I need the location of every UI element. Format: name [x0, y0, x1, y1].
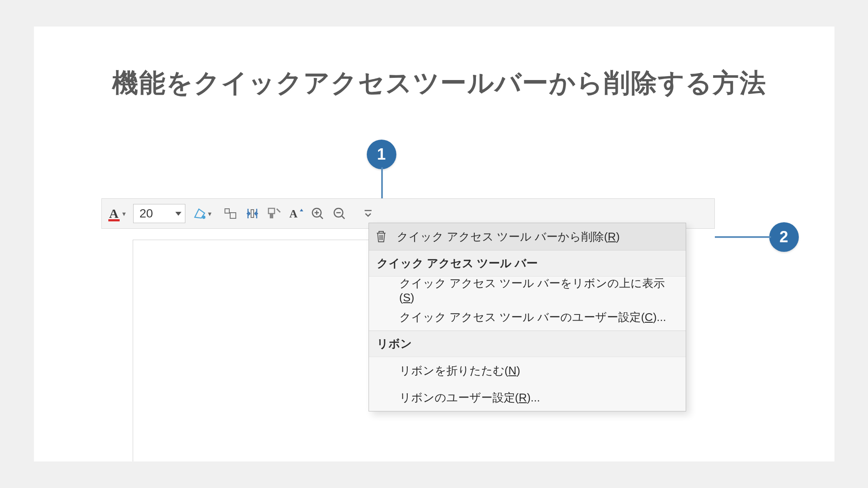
menu-item-label: リボンを折りたたむ(N) — [399, 363, 520, 378]
svg-rect-3 — [251, 210, 254, 217]
chevron-down-icon — [175, 212, 181, 216]
callout-step-2: 2 — [769, 222, 799, 252]
align-objects-button[interactable] — [221, 204, 240, 223]
menu-item-customize-qat[interactable]: クイック アクセス ツール バーのユーザー設定(C)... — [369, 304, 686, 331]
chevron-down-icon: ▾ — [122, 210, 126, 218]
trash-icon — [375, 230, 387, 243]
customize-qat-button[interactable] — [359, 204, 378, 223]
zoom-in-button[interactable] — [308, 204, 327, 223]
page-title: 機能をクイックアクセスツールバーから削除する方法 — [112, 66, 767, 101]
svg-text:A: A — [289, 207, 298, 220]
menu-section-header-ribbon: リボン — [369, 331, 686, 357]
menu-item-label: クイック アクセス ツール バーから削除(R) — [393, 229, 620, 244]
distribute-button[interactable] — [243, 204, 262, 223]
menu-item-label: クイック アクセス ツール バーをリボンの上に表示(S) — [399, 276, 680, 304]
connector-1 — [381, 167, 383, 201]
font-color-icon: A — [107, 206, 121, 221]
svg-rect-5 — [270, 214, 273, 218]
menu-item-label: クイック アクセス ツール バーのユーザー設定(C)... — [399, 310, 666, 325]
font-size-value: 20 — [140, 207, 153, 221]
svg-rect-2 — [230, 213, 236, 218]
format-painter-button[interactable] — [265, 204, 284, 223]
menu-section-header-qat: クイック アクセス ツール バー — [369, 250, 686, 277]
context-menu: クイック アクセス ツール バーから削除(R) クイック アクセス ツール バー… — [369, 223, 686, 411]
svg-rect-4 — [268, 208, 275, 214]
menu-item-collapse-ribbon[interactable]: リボンを折りたたむ(N) — [369, 357, 686, 384]
chevron-down-icon: ▾ — [208, 210, 211, 218]
font-size-combo[interactable]: 20 — [133, 204, 185, 223]
callout-step-1: 1 — [367, 140, 396, 169]
menu-item-customize-ribbon[interactable]: リボンのユーザー設定(R)... — [369, 384, 686, 411]
increase-font-button[interactable]: A — [286, 204, 305, 223]
font-color-button[interactable]: A ▾ — [107, 204, 126, 223]
screenshot-region: A ▾ 20 ▾ — [101, 198, 715, 433]
shape-fill-button[interactable]: ▾ — [192, 204, 211, 223]
svg-point-0 — [202, 216, 205, 219]
instruction-card: 機能をクイックアクセスツールバーから削除する方法 1 2 A ▾ 20 ▾ — [34, 27, 834, 461]
svg-rect-1 — [225, 209, 229, 213]
zoom-out-button[interactable] — [330, 204, 349, 223]
menu-item-show-qat-above-ribbon[interactable]: クイック アクセス ツール バーをリボンの上に表示(S) — [369, 277, 686, 304]
menu-item-label: リボンのユーザー設定(R)... — [399, 390, 540, 405]
menu-item-remove-from-qat[interactable]: クイック アクセス ツール バーから削除(R) — [369, 223, 686, 250]
